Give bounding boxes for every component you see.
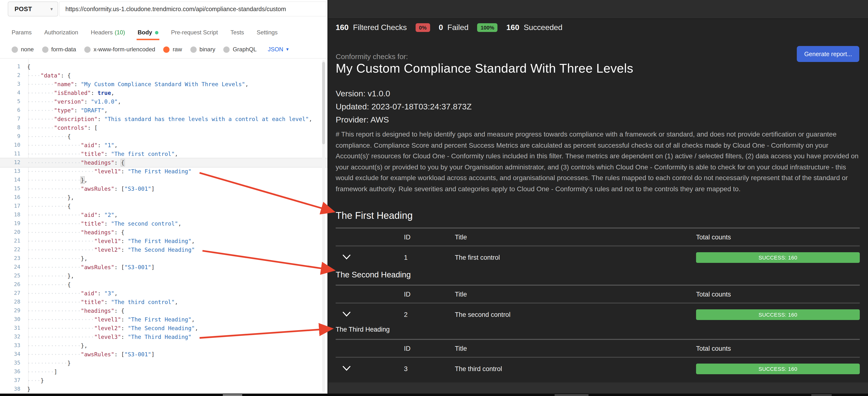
line-number: 14 <box>0 176 27 185</box>
row-title: The third control <box>455 365 502 372</box>
line-number: 22 <box>0 245 27 254</box>
line-number: 32 <box>0 333 27 341</box>
radio-circle-icon <box>163 46 170 53</box>
line-number: 3 <box>0 80 27 89</box>
radio-x-www-form-urlencoded[interactable]: x-www-form-urlencoded <box>84 46 155 53</box>
code-line[interactable]: 29················"headings": { <box>0 306 328 315</box>
table-row[interactable]: 2The second controlSUCCESS: 160 <box>336 303 860 325</box>
expand-chevron-icon[interactable] <box>342 365 351 372</box>
line-number: 20 <box>0 228 27 237</box>
code-line[interactable]: 20················"headings": { <box>0 228 328 237</box>
code-line[interactable]: 33················}, <box>0 341 328 350</box>
radio-form-data[interactable]: form-data <box>42 46 76 53</box>
code-text: ············{ <box>27 203 71 210</box>
code-line[interactable]: 11················"title": "The first co… <box>0 150 328 158</box>
tab-headers[interactable]: Headers (10) <box>91 29 125 36</box>
generate-report-button[interactable]: Generate report... <box>797 46 859 62</box>
code-line[interactable]: 15················"awsRules": ["S3-001"] <box>0 185 328 193</box>
code-line[interactable]: 26············{ <box>0 280 328 289</box>
code-line[interactable]: 13····················"level1": "The Fir… <box>0 167 328 176</box>
row-id: 1 <box>404 254 408 261</box>
tab-body[interactable]: Body <box>137 29 158 36</box>
code-line[interactable]: 37····} <box>0 376 328 385</box>
code-line[interactable]: 4········"isEnabled": true, <box>0 89 328 97</box>
method-dropdown[interactable]: POST ▾ <box>8 1 58 16</box>
line-number: 7 <box>0 115 27 124</box>
code-line[interactable]: 14················}, <box>0 176 328 185</box>
report-title: My Custom Compliance Standard With Three… <box>336 61 633 76</box>
report-panel: 160 Filtered Checks 0% 0 Failed 100% 160… <box>329 0 868 396</box>
code-line[interactable]: 30····················"level1": "The Fir… <box>0 315 328 324</box>
code-line[interactable]: 19················"title": "The second c… <box>0 219 328 228</box>
tab-pre-request-script[interactable]: Pre-request Script <box>171 29 218 36</box>
code-line[interactable]: 31····················"level2": "The Sec… <box>0 324 328 333</box>
report-sections: The First HeadingIDTitleTotal counts1The… <box>336 0 860 396</box>
code-line[interactable]: 36········] <box>0 367 328 376</box>
code-line[interactable]: 35············} <box>0 359 328 367</box>
code-line[interactable]: 38} <box>0 385 328 394</box>
tab-tests[interactable]: Tests <box>230 29 244 36</box>
code-text: ················"headings": { <box>27 159 124 166</box>
code-line[interactable]: 5········"version": "v1.0.0", <box>0 97 328 106</box>
code-line[interactable]: 23················}, <box>0 254 328 263</box>
expand-chevron-icon[interactable] <box>342 254 351 261</box>
code-line[interactable]: 25············}, <box>0 272 328 280</box>
line-number: 35 <box>0 359 27 367</box>
table-row[interactable]: 1The first controlSUCCESS: 160 <box>336 246 860 268</box>
code-line[interactable]: 2····"data": { <box>0 71 328 80</box>
footer-mark <box>223 395 242 396</box>
expand-chevron-icon[interactable] <box>342 311 351 318</box>
code-line[interactable]: 16············}, <box>0 193 328 202</box>
code-line[interactable]: 27················"aid": "3", <box>0 289 328 298</box>
updated-text: Updated: 2023-07-18T03:24:37.873Z <box>336 100 471 113</box>
tab-authorization[interactable]: Authorization <box>44 29 78 36</box>
code-line[interactable]: 34················"awsRules": ["S3-001"] <box>0 350 328 359</box>
scrollbar-thumb[interactable] <box>322 62 325 144</box>
radio-binary[interactable]: binary <box>190 46 215 53</box>
code-text: ········"controls": [ <box>27 124 98 131</box>
report-table: IDTitleTotal counts2The second controlSU… <box>336 285 860 325</box>
code-text: ········"isEnabled": true, <box>27 90 114 96</box>
report-disclaimer: # This report is designed to help identi… <box>336 129 860 194</box>
url-input[interactable] <box>59 1 327 16</box>
code-editor[interactable]: 1{2····"data": {3········"name": "My Cus… <box>0 62 328 394</box>
radio-none[interactable]: none <box>11 46 34 53</box>
code-line[interactable]: 32····················"level3": "The Thi… <box>0 333 328 341</box>
code-line[interactable]: 1{ <box>0 62 328 71</box>
report-meta: Version: v1.0.0 Updated: 2023-07-18T03:2… <box>336 87 471 126</box>
code-line[interactable]: 6········"type": "DRAFT", <box>0 106 328 115</box>
code-line[interactable]: 8········"controls": [ <box>0 124 328 132</box>
tab-params[interactable]: Params <box>11 29 32 36</box>
tab-label: Params <box>11 29 32 36</box>
code-line[interactable]: 17············{ <box>0 202 328 210</box>
code-line[interactable]: 7········"description": "This standard h… <box>0 115 328 124</box>
provider-text: Provider: AWS <box>336 113 471 126</box>
radio-label: raw <box>173 46 182 53</box>
code-line[interactable]: 22····················"level2": "The Sec… <box>0 245 328 254</box>
json-language-dropdown[interactable]: JSON▾ <box>268 46 289 53</box>
table-header-row: IDTitleTotal counts <box>336 229 860 245</box>
code-line[interactable]: 12················"headings": { <box>0 158 328 167</box>
line-number: 4 <box>0 89 27 97</box>
line-number: 17 <box>0 202 27 210</box>
code-line[interactable]: 10················"aid": "1", <box>0 141 328 150</box>
code-line[interactable]: 21····················"level1": "The Fir… <box>0 237 328 245</box>
code-line[interactable]: 3········"name": "My Custom Compliance S… <box>0 80 328 89</box>
radio-raw[interactable]: raw <box>163 46 182 53</box>
code-text: ········"type": "DRAFT", <box>27 107 107 114</box>
code-line[interactable]: 28················"title": "The third co… <box>0 298 328 306</box>
report-section: The First HeadingIDTitleTotal counts1The… <box>336 207 860 268</box>
code-text: ················"title": "The first cont… <box>27 151 178 157</box>
code-text: ····················"level3": "The Third… <box>27 334 192 340</box>
line-number: 19 <box>0 219 27 228</box>
report-table: IDTitleTotal counts3The third controlSUC… <box>336 339 860 380</box>
tab-settings[interactable]: Settings <box>257 29 278 36</box>
line-number: 38 <box>0 385 27 394</box>
code-text: ········"version": "v1.0.0", <box>27 98 121 105</box>
table-row[interactable]: 3The third controlSUCCESS: 160 <box>336 358 860 380</box>
line-number: 31 <box>0 324 27 333</box>
code-line[interactable]: 18················"aid": "2", <box>0 210 328 219</box>
code-line[interactable]: 24················"awsRules": ["S3-001"] <box>0 263 328 272</box>
radio-graphql[interactable]: GraphQL <box>223 46 257 53</box>
code-line[interactable]: 9············{ <box>0 132 328 141</box>
